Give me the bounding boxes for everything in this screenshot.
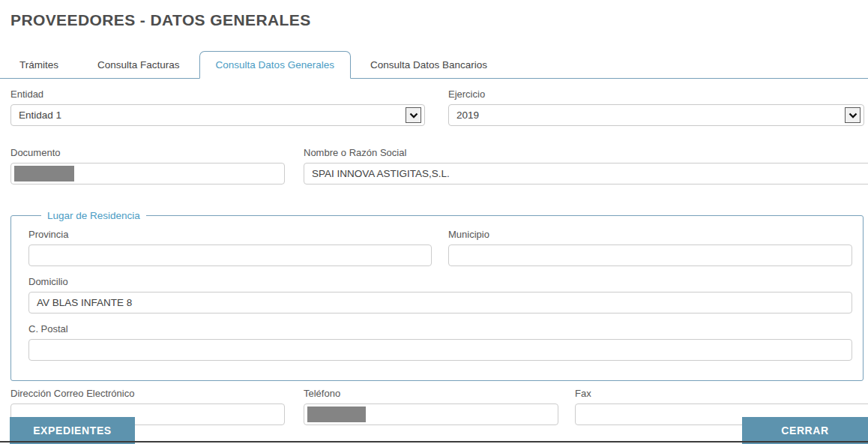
fax-label: Fax: [575, 388, 868, 399]
nombre-razon-social-input[interactable]: [304, 163, 868, 184]
telefono-field: Teléfono: [304, 388, 558, 425]
municipio-field: Municipio: [448, 229, 852, 266]
row-cpostal: C. Postal: [28, 323, 852, 361]
codigo-postal-label: C. Postal: [28, 323, 852, 334]
row-entidad-ejercicio: Entidad Entidad 1 Ejercicio 2019: [0, 88, 868, 126]
tab-tramites[interactable]: Trámites: [0, 52, 78, 78]
page-title: PROVEEDORES - DATOS GENERALES: [10, 11, 868, 29]
chevron-down-icon[interactable]: [406, 107, 421, 123]
proveedores-datos-generales-page: PROVEEDORES - DATOS GENERALES Trámites C…: [0, 0, 868, 444]
ejercicio-label: Ejercicio: [448, 88, 864, 100]
redacted-value-block: [14, 166, 74, 182]
lugar-de-residencia-legend: Lugar de Residencia: [41, 210, 146, 221]
tab-consulta-datos-generales[interactable]: Consulta Datos Generales: [199, 51, 351, 79]
cerrar-button[interactable]: CERRAR: [742, 417, 868, 444]
lugar-de-residencia-fieldset: Lugar de Residencia Provincia Municipio …: [10, 210, 864, 381]
domicilio-label: Domicilio: [28, 276, 852, 287]
domicilio-input[interactable]: [28, 292, 852, 314]
municipio-input[interactable]: [448, 244, 852, 266]
documento-field: Documento: [10, 147, 285, 184]
provincia-field: Provincia: [28, 229, 432, 266]
entidad-selected-value: Entidad 1: [19, 110, 61, 121]
expedientes-button[interactable]: EXPEDIENTES: [10, 417, 135, 444]
telefono-label: Teléfono: [304, 388, 558, 399]
codigo-postal-input[interactable]: [28, 339, 852, 361]
ejercicio-field: Ejercicio 2019: [448, 88, 864, 126]
row-provincia-municipio: Provincia Municipio: [28, 229, 852, 266]
tab-consulta-datos-bancarios[interactable]: Consulta Datos Bancarios: [351, 52, 507, 78]
provincia-input[interactable]: [28, 244, 432, 266]
tab-consulta-facturas[interactable]: Consulta Facturas: [78, 52, 199, 78]
row-documento-nombre: Documento Nombre o Razón Social: [0, 147, 868, 184]
domicilio-field: Domicilio: [28, 276, 852, 314]
entidad-select[interactable]: Entidad 1: [10, 104, 425, 126]
page-bottom-divider: [0, 441, 868, 442]
ejercicio-select[interactable]: 2019: [448, 104, 864, 126]
nombre-razon-social-field: Nombre o Razón Social: [304, 147, 868, 184]
ejercicio-selected-value: 2019: [456, 110, 479, 121]
redacted-value-block: [307, 406, 366, 422]
entidad-label: Entidad: [10, 88, 425, 100]
provincia-label: Provincia: [28, 229, 432, 240]
documento-label: Documento: [10, 147, 285, 158]
correo-electronico-label: Dirección Correo Electrónico: [10, 388, 285, 399]
tab-bar: Trámites Consulta Facturas Consulta Dato…: [0, 51, 868, 79]
codigo-postal-field: C. Postal: [28, 323, 852, 361]
municipio-label: Municipio: [448, 229, 852, 240]
row-domicilio: Domicilio: [28, 276, 852, 314]
entidad-field: Entidad Entidad 1: [10, 88, 425, 126]
nombre-razon-social-label: Nombre o Razón Social: [304, 147, 868, 158]
chevron-down-icon[interactable]: [845, 107, 861, 123]
